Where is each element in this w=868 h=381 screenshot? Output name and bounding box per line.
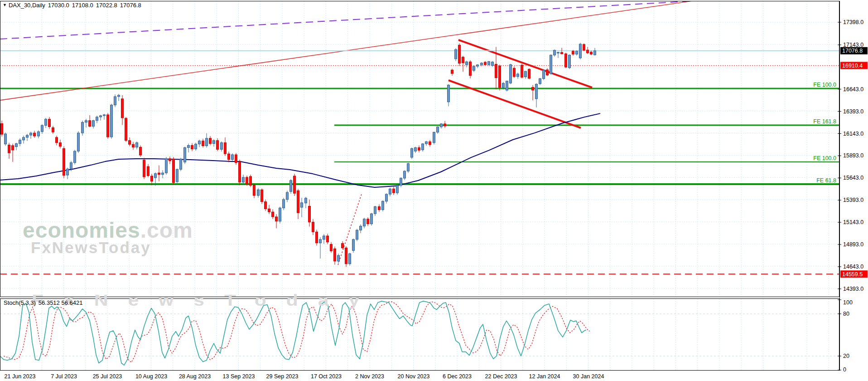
symbol-period-label: DAX_30,Daily [9, 2, 45, 9]
candle-body [114, 97, 116, 105]
indicator-name: Stoch(5,3,3) [4, 299, 36, 306]
candle-body [455, 49, 457, 59]
candle-body [440, 124, 443, 127]
candle-body [8, 145, 10, 153]
price-axis-label: 16393.0 [843, 108, 863, 115]
fib-level-label: FE 100.0 [813, 82, 836, 88]
time-axis-label: 28 Aug 2023 [179, 373, 211, 380]
indicator-values: 56.3512 56.6421 [39, 299, 83, 306]
candle-body [26, 135, 29, 137]
candle-body [132, 144, 135, 147]
candle-body [176, 169, 178, 181]
candle-body [12, 146, 14, 150]
price-axis-label: 14643.0 [843, 264, 863, 270]
candle-body [342, 244, 344, 248]
candle-body [576, 51, 578, 54]
candle-body [125, 118, 127, 141]
candle-body [165, 159, 168, 173]
candle-body [246, 177, 248, 184]
candle-body [297, 190, 299, 213]
candle-body [242, 177, 245, 182]
candle-body [338, 255, 340, 261]
candle-body [48, 119, 51, 127]
time-axis[interactable]: 21 Jun 20237 Jul 202325 Jul 202310 Aug 2… [5, 373, 604, 380]
price-badge-text: 17076.8 [842, 48, 863, 54]
candle-body [121, 99, 124, 118]
time-axis-label: 29 Sep 2023 [266, 373, 299, 380]
candle-body [195, 144, 197, 149]
candle-body [458, 45, 461, 63]
candle-body [52, 127, 54, 132]
candle-body [510, 65, 512, 83]
candle-body [386, 194, 388, 201]
candle-body [532, 87, 534, 90]
candle-body [272, 212, 274, 217]
candle-body [583, 44, 585, 50]
candle-body [30, 133, 32, 135]
time-axis-label: 22 Dec 2023 [485, 373, 517, 380]
candle-body [147, 166, 149, 176]
candle-body [521, 65, 523, 77]
candle-body [554, 50, 556, 55]
candle-body [169, 159, 171, 161]
price-axis[interactable]: 17398.017143.016643.016393.016143.015893… [838, 19, 868, 292]
chart-canvas[interactable]: FE 100.0FE 161.8FE 100.0FE 61.817398.017… [0, 0, 868, 381]
candle-body [213, 141, 215, 144]
candle-body [82, 122, 84, 133]
candle-body [184, 147, 186, 162]
ascending-trendline[interactable] [0, 0, 699, 100]
symbol-dropdown-icon[interactable]: ▼ [3, 3, 7, 7]
time-axis-label: 20 Nov 2023 [398, 373, 430, 380]
candle-body [352, 239, 355, 250]
indicator-axis-label: 20 [843, 353, 849, 359]
candle-body [488, 62, 490, 65]
candle-body [140, 147, 142, 155]
candle-body [89, 121, 91, 127]
channel-lower-line[interactable] [448, 80, 581, 128]
price-axis-label: 15143.0 [843, 219, 863, 225]
price-axis-label: 15893.0 [843, 152, 863, 159]
price-axis-label: 16143.0 [843, 131, 863, 137]
candle-body [579, 44, 582, 58]
candle-body [433, 132, 435, 143]
candle-body [180, 159, 182, 169]
candle-body [15, 144, 18, 147]
candle-body [565, 54, 567, 67]
channel-upper-line[interactable] [458, 40, 592, 88]
candle-body [415, 147, 417, 151]
ohlc-close: 17076.8 [120, 2, 141, 9]
stochastic-main-line [0, 301, 586, 365]
candle-body [535, 84, 538, 99]
candle-body [67, 169, 69, 175]
candle-body [158, 173, 160, 175]
indicator-label-overlay: Stoch(5,3,3)56.3512 56.6421 [4, 299, 85, 306]
candle-body [319, 239, 322, 243]
candle-body [400, 178, 402, 186]
panel-borders [0, 1, 840, 371]
candle-body [349, 254, 351, 264]
candle-body [309, 206, 311, 222]
candle-body [411, 148, 413, 157]
candle-body [143, 160, 145, 177]
candle-body [396, 186, 399, 193]
candle-body [363, 219, 366, 226]
candle-body [312, 222, 314, 232]
trading-chart-window: FE 100.0FE 161.8FE 100.0FE 61.817398.017… [0, 0, 868, 381]
candle-body [56, 137, 58, 143]
price-axis-label: 14393.0 [843, 286, 863, 292]
candle-body [492, 62, 494, 66]
candle-body [19, 140, 21, 144]
candle-body [499, 66, 501, 88]
candle-body [422, 144, 424, 150]
time-axis-label: 6 Dec 2023 [443, 373, 472, 380]
candle-body [525, 71, 527, 77]
candle-body [528, 69, 530, 78]
time-axis-label: 13 Sep 2023 [223, 373, 255, 380]
price-axis-label: 15643.0 [843, 175, 863, 181]
candle-body [561, 53, 563, 54]
candle-body [327, 236, 329, 242]
candle-body [59, 143, 62, 147]
chart-title-overlay: ▼DAX_30,Daily17030.017108.017022.817076.… [3, 2, 144, 9]
candle-body [100, 116, 102, 117]
candle-body [572, 51, 574, 54]
